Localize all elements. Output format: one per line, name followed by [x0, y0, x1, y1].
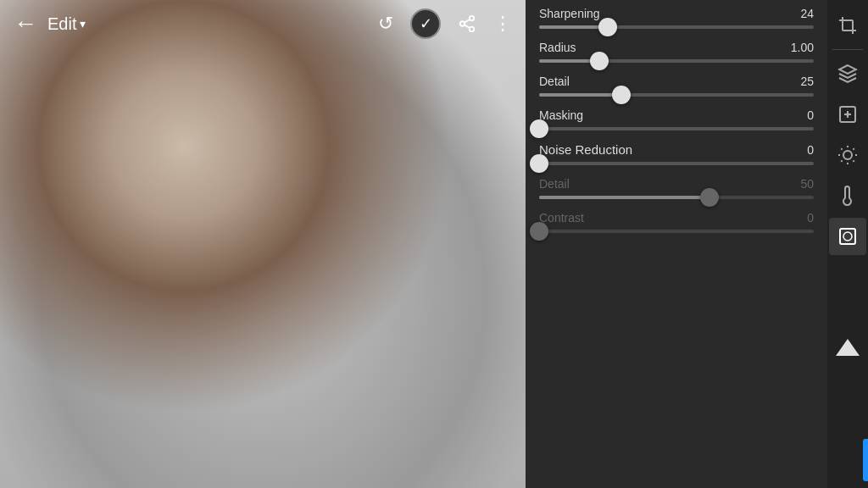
more-button[interactable]: ⋮ — [493, 13, 512, 35]
svg-rect-5 — [843, 20, 853, 30]
slider-label-detail2: Detail — [539, 177, 570, 191]
slider-value-contrast: 0 — [807, 211, 814, 225]
slider-header-radius: Radius1.00 — [539, 41, 814, 54]
svg-rect-18 — [840, 229, 855, 244]
slider-thumb-contrast[interactable] — [530, 222, 548, 241]
slider-row-noise-reduction: Noise Reduction0 — [539, 142, 814, 165]
slider-thumb-masking[interactable] — [530, 119, 548, 138]
slider-value-detail: 25 — [800, 75, 814, 88]
back-button[interactable]: ← — [14, 10, 37, 37]
svg-marker-6 — [839, 65, 856, 74]
photo-simulation — [0, 0, 526, 488]
svg-point-2 — [470, 27, 475, 31]
edit-menu[interactable]: Edit ▾ — [47, 14, 86, 34]
top-bar: ← Edit ▾ ↺ ✓ ⋮ — [0, 0, 526, 47]
slider-fill-sharpening — [539, 25, 608, 29]
triangle-shape — [836, 339, 860, 356]
slider-label-radius: Radius — [539, 41, 576, 54]
slider-label-masking: Masking — [539, 108, 583, 122]
svg-line-3 — [465, 25, 470, 28]
slider-label-contrast: Contrast — [539, 211, 584, 225]
slider-row-radius: Radius1.00 — [539, 41, 814, 63]
blue-side-tab[interactable] — [863, 439, 868, 481]
slider-label-detail: Detail — [539, 75, 570, 88]
slider-thumb-sharpening[interactable] — [598, 18, 617, 36]
toolbar-enhance-icon[interactable] — [829, 96, 866, 133]
edit-label-text: Edit — [47, 14, 76, 34]
right-toolbar — [827, 0, 868, 488]
sliders-panel: Sharpening24Radius1.00Detail25Masking0No… — [526, 0, 827, 488]
svg-line-13 — [853, 160, 854, 161]
share-button[interactable] — [458, 14, 476, 33]
slider-row-detail: Detail25 — [539, 75, 814, 97]
slider-track-radius[interactable] — [539, 59, 814, 63]
toolbar-crop-icon[interactable] — [829, 7, 866, 44]
slider-label-noise-reduction: Noise Reduction — [539, 142, 632, 157]
slider-value-masking: 0 — [807, 108, 814, 122]
slider-track-masking[interactable] — [539, 127, 814, 130]
slider-header-noise-reduction: Noise Reduction0 — [539, 142, 814, 157]
toolbar-layers-icon[interactable] — [829, 55, 866, 92]
photo-background — [0, 0, 526, 488]
slider-row-sharpening: Sharpening24 — [539, 7, 814, 29]
svg-point-19 — [843, 232, 852, 241]
svg-point-0 — [470, 16, 475, 21]
slider-value-sharpening: 24 — [800, 7, 814, 20]
toolbar-light-icon[interactable] — [829, 136, 866, 174]
toolbar-triangle-icon[interactable] — [829, 329, 866, 366]
edit-chevron: ▾ — [80, 17, 86, 30]
slider-header-sharpening: Sharpening24 — [539, 7, 814, 20]
top-bar-actions: ↺ ✓ ⋮ — [378, 8, 512, 39]
undo-button[interactable]: ↺ — [378, 13, 393, 35]
toolbar-vignette-icon[interactable] — [829, 218, 866, 255]
slider-header-masking: Masking0 — [539, 108, 814, 122]
toolbar-temperature-icon[interactable] — [829, 177, 866, 214]
svg-point-9 — [843, 151, 852, 159]
image-area: ← Edit ▾ ↺ ✓ ⋮ — [0, 0, 526, 488]
slider-value-detail2: 50 — [800, 177, 814, 191]
slider-track-noise-reduction[interactable] — [539, 162, 814, 165]
slider-row-contrast: Contrast0 — [539, 211, 814, 233]
slider-row-masking: Masking0 — [539, 108, 814, 130]
slider-value-noise-reduction: 0 — [807, 143, 814, 157]
slider-row-detail2: Detail50 — [539, 177, 814, 199]
slider-header-detail: Detail25 — [539, 75, 814, 88]
svg-point-8 — [847, 114, 849, 115]
slider-thumb-detail2[interactable] — [700, 188, 719, 207]
slider-track-detail[interactable] — [539, 93, 814, 97]
slider-fill-detail — [539, 93, 621, 97]
slider-track-detail2[interactable] — [539, 196, 814, 199]
slider-thumb-noise-reduction[interactable] — [530, 154, 548, 173]
svg-line-16 — [841, 160, 842, 161]
svg-line-4 — [465, 19, 470, 23]
svg-point-1 — [460, 21, 465, 26]
slider-thumb-detail[interactable] — [612, 86, 631, 104]
slider-value-radius: 1.00 — [791, 41, 814, 54]
slider-header-detail2: Detail50 — [539, 177, 814, 191]
slider-fill-detail2 — [539, 196, 709, 199]
confirm-button[interactable]: ✓ — [410, 8, 441, 39]
right-panel: Sharpening24Radius1.00Detail25Masking0No… — [526, 0, 868, 488]
svg-line-17 — [853, 148, 854, 149]
toolbar-divider-1 — [832, 49, 863, 50]
slider-thumb-radius[interactable] — [590, 52, 609, 70]
slider-track-contrast[interactable] — [539, 230, 814, 233]
slider-header-contrast: Contrast0 — [539, 211, 814, 225]
slider-track-sharpening[interactable] — [539, 25, 814, 29]
svg-line-12 — [841, 148, 842, 149]
slider-label-sharpening: Sharpening — [539, 7, 600, 20]
